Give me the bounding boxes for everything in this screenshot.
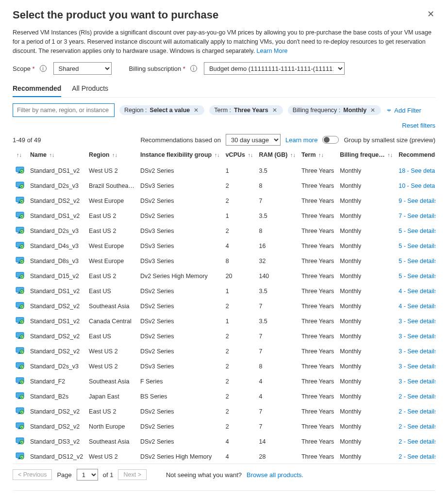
see-details-link[interactable]: 5 - See details	[398, 228, 435, 234]
see-details-link[interactable]: 2 - See details	[398, 408, 435, 415]
info-icon[interactable]: i	[190, 65, 197, 72]
table-row[interactable]: Standard_DS1_v2East US 2DSv2 Series13.5T…	[13, 208, 435, 223]
tab-recommended[interactable]: Recommended	[13, 82, 61, 97]
info-icon[interactable]: i	[40, 65, 47, 72]
filter-input[interactable]	[13, 103, 115, 117]
close-icon[interactable]: ✕	[369, 107, 376, 114]
cell-name: Standard_DS2_v2	[27, 344, 86, 359]
table-row[interactable]: Standard_D4s_v3West EuropeDSv3 Series416…	[13, 238, 435, 253]
col-flex[interactable]: Instance flexibility group ↑↓	[137, 149, 223, 163]
col-billing[interactable]: Billing freque… ↑↓	[337, 149, 396, 163]
filter-pill-region[interactable]: Region : Select a value ✕	[119, 105, 204, 115]
see-details-link[interactable]: 2 - See details	[398, 393, 435, 400]
col-vcpus[interactable]: vCPUs ↑↓	[223, 149, 256, 163]
table-row[interactable]: Standard_DS2_v2West US 2DSv2 Series27Thr…	[13, 344, 435, 359]
table-row[interactable]: Standard_DS3_v2Southeast AsiaDSv2 Series…	[13, 434, 435, 449]
learn-more-link[interactable]: Learn more	[285, 136, 317, 144]
see-details-link[interactable]: 3 - See details	[398, 378, 435, 385]
see-details-link[interactable]: 3 - See details	[398, 348, 435, 355]
cell-billing: Monthly	[337, 314, 396, 329]
scope-select[interactable]: Shared	[53, 62, 112, 75]
see-details-link[interactable]: 10 - See details	[398, 182, 435, 189]
table-row[interactable]: Standard_DS2_v2West EuropeDSv2 Series27T…	[13, 193, 435, 208]
table-row[interactable]: Standard_D8s_v3West EuropeDSv3 Series832…	[13, 253, 435, 268]
page-select[interactable]: 1	[77, 469, 98, 480]
see-details-link[interactable]: 4 - See details	[398, 303, 435, 310]
see-details-link[interactable]: 3 - See details	[398, 333, 435, 340]
see-details-link[interactable]: 4 - See details	[398, 288, 435, 295]
see-details-link[interactable]: 5 - See details	[398, 243, 435, 249]
cell-ram: 7	[256, 404, 299, 419]
see-details-link[interactable]: 3 - See details	[398, 363, 435, 370]
table-row[interactable]: Standard_F2Southeast AsiaF Series24Three…	[13, 374, 435, 389]
close-icon[interactable]: ✕	[271, 107, 278, 114]
filter-pill-billing-frequency[interactable]: Billing frequency : Monthly ✕	[288, 105, 382, 115]
page-of: of 1	[103, 471, 114, 479]
vm-icon	[16, 361, 24, 370]
table-row[interactable]: Standard_D2s_v3West US 2DSv3 Series28Thr…	[13, 359, 435, 374]
see-details-link[interactable]: 7 - See details	[398, 213, 435, 219]
reset-filters-link[interactable]: Reset filters	[402, 122, 435, 129]
sort-icon[interactable]: ↑↓	[17, 152, 22, 158]
tab-all-products[interactable]: All Products	[72, 82, 108, 97]
col-qty[interactable]: Recommended quantity ↑↓	[396, 149, 435, 163]
col-ram[interactable]: RAM (GB) ↑↓	[256, 149, 299, 163]
table-row[interactable]: Standard_DS2_v2North EuropeDSv2 Series27…	[13, 419, 435, 434]
cell-region: North Europe	[86, 419, 137, 434]
cell-flex: Dv2 Series High Memory	[137, 268, 223, 283]
see-details-link[interactable]: 3 - See details	[398, 318, 435, 325]
table-row[interactable]: Standard_DS1_v2East USDSv2 Series13.5Thr…	[13, 283, 435, 298]
cell-billing: Monthly	[337, 253, 396, 268]
cell-billing: Monthly	[337, 374, 396, 389]
see-details-link[interactable]: 9 - See details	[398, 198, 435, 204]
close-icon[interactable]: ✕	[193, 107, 199, 114]
next-button[interactable]: Next >	[118, 469, 146, 480]
see-details-link[interactable]: 18 - See details	[398, 167, 435, 174]
cell-flex: DSv2 Series High Memory	[137, 449, 223, 464]
cell-ram: 7	[256, 329, 299, 344]
group-toggle[interactable]	[322, 136, 339, 144]
learn-more-link[interactable]: Learn More	[257, 48, 288, 54]
col-term[interactable]: Term ↑↓	[299, 149, 337, 163]
see-details-link[interactable]: 5 - See details	[398, 273, 435, 280]
scope-label: Scope *	[13, 65, 35, 72]
table-row[interactable]: Standard_D2s_v3East US 2DSv3 Series28Thr…	[13, 223, 435, 238]
cell-term: Three Years	[299, 268, 337, 283]
previous-button[interactable]: < Previous	[13, 469, 52, 480]
vm-icon	[16, 316, 24, 325]
recommendations-range-select[interactable]: 30 day usage	[226, 134, 281, 146]
close-icon[interactable]: ✕	[427, 9, 434, 19]
table-row[interactable]: Standard_B2sJapan EastBS Series24Three Y…	[13, 389, 435, 404]
table-row[interactable]: Standard_DS1_v2West US 2DSv2 Series13.5T…	[13, 163, 435, 178]
cell-region: West US 2	[86, 359, 137, 374]
col-region[interactable]: Region ↑↓	[86, 149, 137, 163]
add-filter-button[interactable]: ⫧ Add Filter	[386, 107, 421, 114]
cell-vcpus: 4	[223, 449, 256, 464]
see-details-link[interactable]: 2 - See details	[398, 453, 435, 460]
cell-billing: Monthly	[337, 404, 396, 419]
filter-pill-term[interactable]: Term : Three Years ✕	[209, 105, 282, 115]
cell-billing: Monthly	[337, 329, 396, 344]
cell-ram: 3.5	[256, 208, 299, 223]
see-details-link[interactable]: 5 - See details	[398, 258, 435, 265]
cell-vcpus: 2	[223, 389, 256, 404]
cell-ram: 4	[256, 389, 299, 404]
table-row[interactable]: Standard_D15_v2East US 2Dv2 Series High …	[13, 268, 435, 283]
billing-subscription-select[interactable]: Budget demo (11111111-1111-1111-(1111111…	[204, 62, 345, 75]
cell-name: Standard_F2	[27, 374, 86, 389]
vm-icon	[16, 376, 24, 385]
table-row[interactable]: Standard_DS2_v2East US 2DSv2 Series27Thr…	[13, 404, 435, 419]
cell-name: Standard_DS2_v2	[27, 329, 86, 344]
col-name[interactable]: Name ↑↓	[27, 149, 86, 163]
vm-icon	[16, 256, 24, 265]
table-row[interactable]: Standard_DS2_v2East USDSv2 Series27Three…	[13, 329, 435, 344]
cell-term: Three Years	[299, 359, 337, 374]
table-row[interactable]: Standard_DS1_v2Canada CentralDSv2 Series…	[13, 314, 435, 329]
billing-subscription-label: Billing subscription *	[129, 65, 185, 72]
table-row[interactable]: Standard_DS12_v2West US 2DSv2 Series Hig…	[13, 449, 435, 464]
table-row[interactable]: Standard_D2s_v3Brazil Southea…DSv3 Serie…	[13, 178, 435, 193]
see-details-link[interactable]: 2 - See details	[398, 423, 435, 430]
table-row[interactable]: Standard_DS2_v2Southeast AsiaDSv2 Series…	[13, 298, 435, 314]
see-details-link[interactable]: 2 - See details	[398, 438, 435, 445]
browse-all-link[interactable]: Browse all products.	[247, 471, 303, 479]
